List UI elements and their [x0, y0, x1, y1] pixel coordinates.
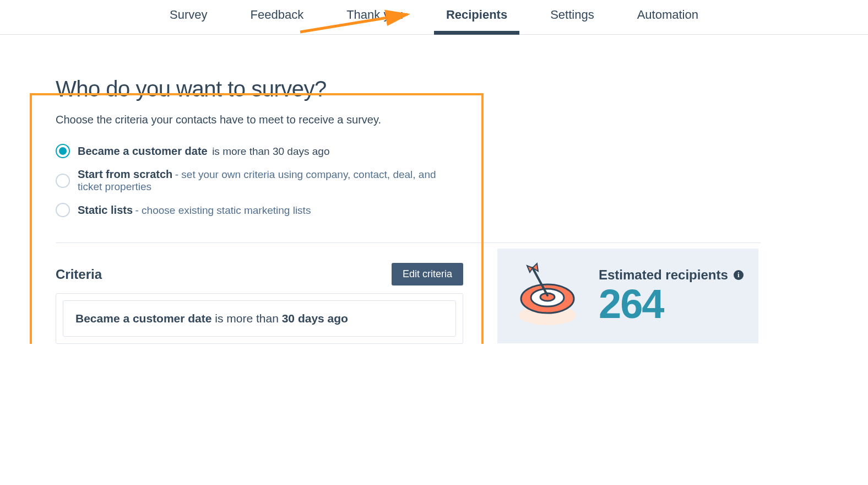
option-label: Static lists	[78, 204, 133, 216]
target-icon	[512, 260, 583, 332]
option-became-a-customer-date[interactable]: Became a customer date is more than 30 d…	[56, 144, 463, 158]
estimated-recipients-card: Estimated recipients i 264	[497, 249, 758, 343]
option-start-from-scratch[interactable]: Start from scratch - set your own criter…	[56, 168, 463, 193]
option-label: Became a customer date	[78, 145, 208, 157]
option-label: Start from scratch	[78, 168, 172, 180]
option-description: - choose existing static marketing lists	[135, 204, 311, 216]
tab-recipients[interactable]: Recipients	[446, 6, 507, 34]
estimated-recipients-label: Estimated recipients	[599, 267, 728, 283]
option-static-lists[interactable]: Static lists - choose existing static ma…	[56, 203, 463, 217]
wizard-tabs: Survey Feedback Thank you Recipients Set…	[0, 0, 868, 35]
criteria-section-title: Criteria	[56, 267, 102, 282]
main-content: Who do you want to survey? Choose the cr…	[0, 35, 868, 344]
info-icon[interactable]: i	[734, 270, 744, 280]
criteria-field: Became a customer date	[75, 312, 211, 325]
tab-settings[interactable]: Settings	[550, 6, 594, 34]
criteria-section: Criteria Edit criteria Became a customer…	[56, 263, 463, 344]
tab-thank-you[interactable]: Thank you	[346, 6, 403, 34]
criteria-rule: Became a customer date is more than 30 d…	[63, 300, 456, 337]
radio-icon	[56, 144, 70, 158]
tab-feedback[interactable]: Feedback	[251, 6, 304, 34]
criteria-card: Became a customer date is more than 30 d…	[56, 293, 463, 344]
option-suffix: is more than 30 days ago	[212, 146, 329, 157]
radio-icon	[56, 174, 70, 188]
page-description: Choose the criteria your contacts have t…	[56, 114, 463, 126]
section-divider	[56, 242, 761, 243]
tab-survey[interactable]: Survey	[170, 6, 207, 34]
estimated-recipients-count: 264	[599, 284, 744, 325]
criteria-type-options: Became a customer date is more than 30 d…	[56, 144, 463, 217]
radio-icon	[56, 203, 70, 217]
page-title: Who do you want to survey?	[56, 77, 463, 101]
edit-criteria-button[interactable]: Edit criteria	[392, 263, 463, 285]
criteria-operator: is more than	[211, 312, 281, 325]
tab-automation[interactable]: Automation	[637, 6, 698, 34]
criteria-value: 30 days ago	[282, 312, 348, 325]
